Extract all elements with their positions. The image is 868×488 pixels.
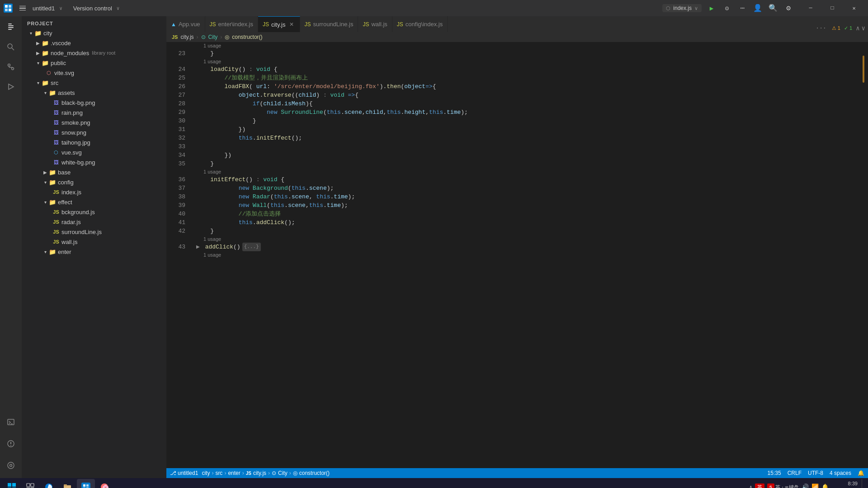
close-button[interactable]: ✕ [844, 0, 864, 16]
activity-icon-problems[interactable] [2, 435, 20, 453]
sidebar-item-vite-svg[interactable]: ⬡ vite.svg [22, 68, 166, 78]
project-dropdown-icon[interactable]: ∨ [59, 5, 62, 11]
status-class-name[interactable]: City [278, 470, 288, 476]
sidebar-item-bckground[interactable]: JS bckground.js [22, 207, 166, 217]
activity-icon-files[interactable] [2, 18, 20, 36]
sidebar-item-white-bg[interactable]: 🖼 white-bg.png [22, 157, 166, 167]
sidebar-item-vscode[interactable]: ▶ 📁 .vscode [22, 38, 166, 48]
sidebar-item-smoke[interactable]: 🖼 smoke.png [22, 117, 166, 127]
sidebar-item-node-modules[interactable]: ▶ 📁 node_modules library root [22, 48, 166, 58]
sidebar-item-wall[interactable]: JS wall.js [22, 237, 166, 247]
tab-icon-city-js: JS [263, 21, 269, 28]
file-explorer-button[interactable] [58, 479, 76, 488]
sidebar-item-effect[interactable]: ▾ 📁 effect [22, 197, 166, 207]
settings-button[interactable]: ⚙ [782, 2, 795, 14]
tabs-expand-down[interactable]: ∨ [862, 24, 865, 32]
bottom-bar: ⎇ untitled1 city › src › enter › JS city… [166, 468, 868, 478]
maximize-button[interactable]: □ [822, 0, 843, 16]
sidebar-item-surroundline[interactable]: JS surroundLine.js [22, 227, 166, 237]
code-line-23: } [196, 49, 859, 58]
show-desktop-button[interactable] [862, 479, 865, 488]
activity-icon-extensions[interactable] [2, 456, 20, 474]
status-file-icon: JS [246, 471, 251, 476]
ime-widget[interactable]: 英 [755, 483, 764, 488]
code-area[interactable]: 1 usage } 1 usage loadCity() : void { [189, 42, 859, 468]
run-target-dropdown[interactable]: ∨ [694, 5, 698, 11]
status-notification-icon[interactable]: 🔔 [858, 470, 864, 476]
breadcrumb-method-name[interactable]: constructor() [232, 34, 262, 40]
tabs-more-button[interactable]: ··· [812, 25, 830, 32]
sougou-widget[interactable]: S 英 · ⌨ 键盘 [767, 483, 799, 488]
activity-icon-git[interactable] [2, 58, 20, 76]
edge-browser-button[interactable] [40, 479, 58, 488]
usage-hint-end: 1 usage [196, 251, 859, 258]
folder-icon-assets: 📁 [49, 89, 56, 96]
activity-icon-run[interactable] [2, 78, 20, 96]
breadcrumb-city-js[interactable]: city.js [180, 34, 193, 40]
start-button[interactable] [3, 479, 21, 488]
another-app-button[interactable]: 🌸 [95, 479, 113, 488]
code-line-43[interactable]: ▶ addClick(){...} [196, 243, 859, 251]
sidebar-item-snow[interactable]: 🖼 snow.png [22, 127, 166, 137]
activity-icon-search[interactable] [2, 38, 20, 56]
tab-city-js[interactable]: JS city.js ✕ [258, 16, 300, 32]
sidebar-item-vue-svg[interactable]: ⬡ vue.svg [22, 147, 166, 157]
code-line-26: loadFBX( url: '/src/enter/model/beijing.… [196, 82, 859, 91]
search-button[interactable]: 🔍 [767, 2, 779, 14]
status-file-name[interactable]: city.js [253, 470, 266, 476]
status-path-src[interactable]: src [215, 470, 222, 476]
webstorm-button[interactable] [77, 479, 95, 488]
file-icon-snow: 🖼 [52, 129, 60, 136]
sidebar-item-src[interactable]: ▾ 📁 src [22, 78, 166, 88]
status-spaces[interactable]: 4 spaces [830, 470, 851, 476]
tabs-expand-up[interactable]: ∧ [856, 24, 859, 32]
file-icon-config-index: JS [52, 188, 60, 196]
status-line-col[interactable]: 15:35 [768, 470, 781, 476]
activity-icon-terminal[interactable] [2, 413, 20, 431]
version-control-dropdown-icon[interactable]: ∨ [117, 5, 120, 11]
status-encoding[interactable]: UTF-8 [808, 470, 823, 476]
sidebar-item-config[interactable]: ▾ 📁 config [22, 177, 166, 187]
tab-enter-index[interactable]: JS enter\index.js [205, 16, 258, 32]
tab-wall[interactable]: JS wall.js [358, 16, 392, 32]
version-control-label[interactable]: Version control [73, 5, 112, 12]
sidebar-item-rain[interactable]: 🖼 rain.png [22, 108, 166, 117]
breadcrumb-class-name[interactable]: City [208, 34, 218, 40]
debug-button[interactable] [721, 2, 733, 14]
sidebar-item-city[interactable]: ▾ 📁 city [22, 28, 166, 38]
account-button[interactable]: 👤 [751, 2, 764, 14]
more-button[interactable] [736, 2, 749, 14]
project-name[interactable]: untitled1 [33, 5, 55, 12]
tray-network[interactable]: 📶 [811, 483, 819, 488]
sidebar-item-base[interactable]: ▶ 📁 base [22, 167, 166, 177]
tray-up-arrow[interactable]: ∧ [750, 484, 752, 488]
tabs-warning-count: ⚠ 1 [832, 25, 840, 31]
tab-surroundline[interactable]: JS surroundLine.js [300, 16, 359, 32]
git-branch-item[interactable]: ⎇ untitled1 [170, 470, 198, 476]
tab-close-city-js[interactable]: ✕ [288, 21, 295, 28]
line-numbers: 23 24 25 26 27 28 29 30 31 32 33 34 35 3… [166, 42, 189, 468]
tab-icon-wall: JS [363, 21, 369, 28]
sidebar-item-taihong[interactable]: 🖼 taihong.jpg [22, 137, 166, 147]
sidebar-item-black-bg[interactable]: 🖼 black-bg.png [22, 98, 166, 108]
status-path-enter[interactable]: enter [228, 470, 240, 476]
sidebar-item-assets[interactable]: ▾ 📁 assets [22, 88, 166, 98]
sidebar-item-radar[interactable]: JS radar.js [22, 217, 166, 227]
minimize-button[interactable]: ─ [800, 0, 821, 16]
status-path-city[interactable]: city [202, 470, 210, 476]
status-method-name[interactable]: constructor() [299, 470, 330, 476]
code-line-37: new Background(this.scene); [196, 184, 859, 192]
run-button[interactable] [705, 2, 718, 14]
clock-area[interactable]: 8:39 2023/6/19 [832, 480, 861, 488]
tab-app-vue[interactable]: ▲ App.vue [166, 16, 205, 32]
tray-notification[interactable]: 🔔 [821, 483, 829, 488]
sidebar-item-config-index[interactable]: JS index.js [22, 187, 166, 197]
tab-config-index[interactable]: JS config\index.js [392, 16, 448, 32]
status-line-ending[interactable]: CRLF [788, 470, 802, 476]
menu-button[interactable] [16, 2, 29, 14]
task-view-button[interactable] [21, 479, 39, 488]
sidebar-item-enter[interactable]: ▾ 📁 enter [22, 247, 166, 257]
file-icon-vue-svg: ⬡ [52, 149, 60, 156]
tray-volume[interactable]: 🔊 [802, 483, 809, 488]
sidebar-item-public[interactable]: ▾ 📁 public [22, 58, 166, 68]
